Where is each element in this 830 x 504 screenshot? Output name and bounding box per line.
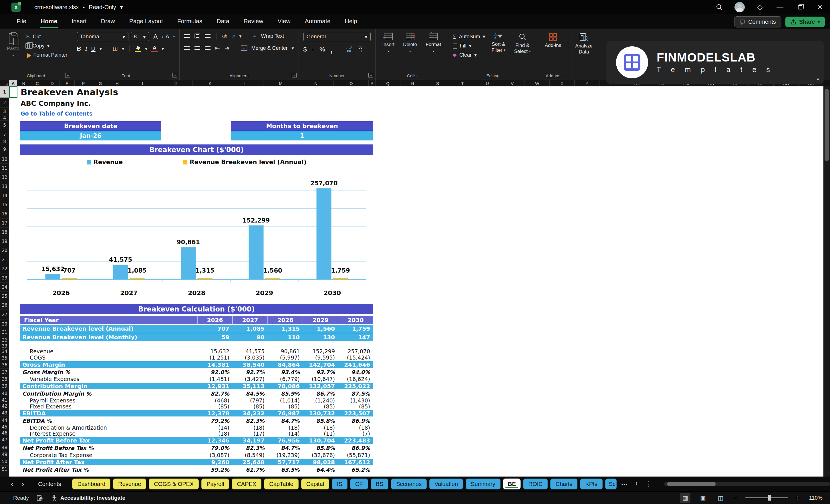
row-header-37[interactable]: 37 bbox=[0, 369, 9, 376]
row-header-8[interactable]: 8 bbox=[0, 139, 9, 144]
format-cells-button[interactable]: ⌐ Format▾ bbox=[423, 32, 443, 70]
menu-tab-page-layout[interactable]: Page Layout bbox=[129, 15, 164, 28]
addins-button[interactable]: Add-ins bbox=[543, 32, 564, 70]
cell-2030[interactable]: 167,612 bbox=[338, 459, 373, 465]
clipboard-dialog-launcher-icon[interactable]: ↘ bbox=[65, 73, 70, 78]
cell-2029[interactable]: 142,704 bbox=[302, 361, 338, 368]
row-header-26[interactable]: 26 bbox=[0, 301, 9, 310]
font-color-chevron-down-icon[interactable]: ▾ bbox=[162, 46, 164, 52]
vertical-scrollbar-thumb[interactable] bbox=[825, 89, 829, 161]
close-button[interactable]: × bbox=[810, 0, 830, 14]
font-dialog-launcher-icon[interactable]: ↘ bbox=[172, 73, 177, 78]
cell-2028[interactable]: (18) bbox=[267, 424, 302, 431]
decrease-font-button[interactable]: A▾ bbox=[166, 32, 175, 41]
format-painter-button[interactable]: Format Painter bbox=[26, 50, 67, 60]
number-dialog-launcher-icon[interactable]: ↘ bbox=[369, 73, 373, 78]
cell-2027[interactable]: 35,113 bbox=[232, 383, 267, 389]
cell-2030[interactable]: (85) bbox=[338, 403, 373, 409]
row-header-46[interactable]: 46 bbox=[0, 430, 9, 436]
row-header-10[interactable]: 10 bbox=[0, 155, 9, 164]
accessibility-status[interactable]: Accessibility: Investigate bbox=[60, 495, 125, 501]
column-header-T[interactable]: T bbox=[450, 80, 475, 86]
cell-2028[interactable]: 1,315 bbox=[267, 325, 302, 333]
alignment-dialog-launcher-icon[interactable]: ↘ bbox=[292, 73, 296, 78]
cell-2026[interactable]: (1,451) bbox=[197, 376, 232, 382]
menu-tab-automate[interactable]: Automate bbox=[304, 15, 331, 28]
cell-2026[interactable]: 15,632 bbox=[197, 348, 232, 354]
cell-2026[interactable]: 707 bbox=[197, 325, 232, 333]
orientation-button[interactable]: ab↗▾ bbox=[222, 33, 242, 39]
borders-button[interactable]: ⊞ bbox=[113, 45, 118, 53]
cell-2027[interactable]: 90 bbox=[232, 333, 267, 341]
cell-2028[interactable]: 84,864 bbox=[267, 361, 302, 368]
new-sheet-button[interactable]: + bbox=[632, 480, 641, 488]
cell-2027[interactable]: (18) bbox=[232, 424, 267, 431]
row-header-39[interactable]: 39 bbox=[0, 382, 9, 390]
cell-2030[interactable]: (15,424) bbox=[338, 354, 373, 361]
row-header-24[interactable]: 24 bbox=[0, 283, 9, 292]
cell-2028[interactable]: 57,717 bbox=[267, 459, 302, 465]
row-header-17[interactable]: 17 bbox=[0, 219, 9, 228]
sheet-tab-captable[interactable]: CapTable bbox=[264, 478, 298, 490]
cell-2027[interactable]: 82.3% bbox=[232, 444, 267, 452]
sheet-tab-valuation[interactable]: Valuation bbox=[429, 478, 463, 490]
column-header-S[interactable]: S bbox=[425, 80, 450, 86]
sheet-tab-summary[interactable]: Summary bbox=[466, 478, 501, 490]
cell-2026[interactable]: 92.0% bbox=[197, 369, 232, 376]
row-header-5[interactable]: 5 bbox=[0, 121, 9, 130]
currency-button[interactable]: $ bbox=[304, 46, 307, 53]
cell-2027[interactable]: 38,540 bbox=[232, 361, 267, 368]
sheet-tab-capital[interactable]: Capital bbox=[301, 478, 329, 490]
sheet-tab-revenue[interactable]: Revenue bbox=[113, 478, 146, 490]
row-header-16[interactable]: 16 bbox=[0, 209, 9, 219]
find-select-button[interactable]: Find &Select▾ bbox=[512, 32, 533, 70]
sheet-tab-scenarios[interactable]: Scenarios bbox=[391, 478, 427, 490]
cell-2030[interactable]: (7) bbox=[338, 431, 373, 437]
align-middle-button[interactable] bbox=[194, 33, 200, 39]
premium-diamond-icon[interactable]: ◇ bbox=[750, 0, 770, 14]
cell-2027[interactable]: (3,035) bbox=[232, 354, 267, 361]
font-color-button[interactable]: A bbox=[151, 45, 158, 52]
cell-2028[interactable]: 63.5% bbox=[267, 466, 302, 473]
zoom-slider-thumb[interactable] bbox=[768, 495, 771, 501]
cell-2029[interactable]: 85.8% bbox=[302, 417, 338, 424]
cell-2030[interactable]: 1,759 bbox=[338, 325, 373, 333]
cell-2027[interactable]: 1,085 bbox=[232, 325, 267, 333]
cell-2027[interactable]: 82.3% bbox=[232, 417, 267, 424]
row-header-7[interactable]: 7 bbox=[0, 130, 9, 139]
horizontal-scrollbar[interactable] bbox=[664, 482, 830, 486]
column-header-R[interactable]: R bbox=[401, 80, 425, 86]
cell-2030[interactable]: (18) bbox=[338, 424, 373, 431]
row-header-41[interactable]: 41 bbox=[0, 397, 9, 403]
italic-button[interactable]: I bbox=[85, 45, 87, 52]
cell-2029[interactable]: 64.4% bbox=[302, 466, 338, 473]
cell-2026[interactable]: (14) bbox=[197, 424, 232, 431]
row-header-4[interactable]: 4 bbox=[0, 116, 9, 121]
cell-2028[interactable]: 93.4% bbox=[267, 369, 302, 376]
sheet-tab-kpis[interactable]: KPIs bbox=[580, 478, 602, 490]
row-header-3[interactable]: 3 bbox=[0, 107, 9, 116]
sort-filter-button[interactable]: AZ Sort &Filter▾ bbox=[489, 32, 508, 70]
autosum-button[interactable]: ΣAutoSum▾ bbox=[453, 32, 485, 41]
prev-sheet-arrow[interactable]: ‹ bbox=[8, 480, 16, 489]
cell-2028[interactable]: 76,956 bbox=[267, 437, 302, 444]
underline-button[interactable]: U bbox=[91, 45, 96, 52]
number-format-select[interactable]: General▾ bbox=[304, 32, 371, 41]
cell-2030[interactable]: 241,646 bbox=[338, 361, 373, 368]
merge-center-button[interactable]: ↔Merge & Center▾ bbox=[241, 45, 294, 51]
page-layout-view-button[interactable]: ▣ bbox=[698, 493, 708, 503]
cell-2026[interactable]: (3,087) bbox=[197, 452, 232, 458]
cell-2029[interactable]: 1,560 bbox=[302, 325, 338, 333]
normal-view-button[interactable]: ▦ bbox=[680, 493, 691, 503]
increase-decimal-button[interactable]: ←.0.00 bbox=[346, 46, 352, 53]
cell-2026[interactable]: 79.0% bbox=[197, 444, 232, 452]
sheet-tab-sc[interactable]: Sc bbox=[605, 478, 617, 490]
cell-2027[interactable]: 84.5% bbox=[232, 390, 267, 397]
row-header-20[interactable]: 20 bbox=[0, 246, 9, 255]
decrease-decimal-button[interactable]: .00→.0 bbox=[357, 46, 363, 53]
title-chevron-down-icon[interactable]: ▾ bbox=[120, 4, 123, 10]
cell-2029[interactable]: (10,647) bbox=[302, 376, 338, 382]
menu-tab-view[interactable]: View bbox=[277, 15, 291, 28]
menu-tab-data[interactable]: Data bbox=[216, 15, 230, 28]
cell-2027[interactable]: 25,648 bbox=[232, 459, 267, 465]
